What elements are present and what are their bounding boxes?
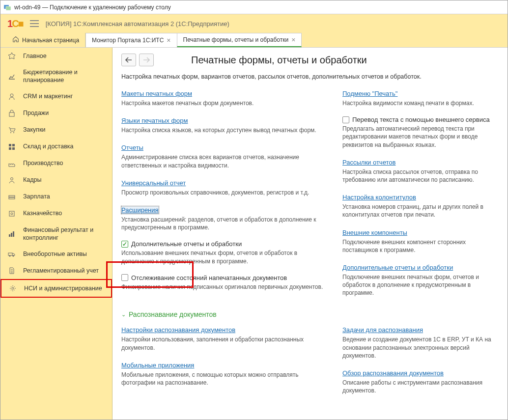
setting-block: Универсальный отчетПросмотр произвольных…: [121, 178, 328, 196]
chart-icon: [7, 72, 16, 81]
close-icon[interactable]: ×: [291, 36, 295, 44]
chevron-down-icon: ⌄: [121, 311, 126, 318]
sidebar-item-label: Регламентированный учет: [23, 267, 99, 275]
truck-icon: [7, 250, 16, 258]
setting-link[interactable]: Рассылки отчетов: [342, 159, 395, 166]
menu-icon[interactable]: [30, 20, 39, 27]
svg-point-2: [10, 94, 13, 97]
setting-desc: Мобильные приложения, с помощью которых …: [121, 371, 328, 387]
sidebar: ГлавноеБюджетирование и планированиеCRM …: [0, 48, 113, 420]
sidebar-item-label: Финансовый результат и контроллинг: [23, 226, 105, 242]
svg-rect-1: [6, 6, 11, 10]
svg-point-20: [13, 255, 14, 257]
tab-home[interactable]: Начальная страница: [6, 33, 85, 47]
nav-back-button[interactable]: [121, 54, 136, 66]
svg-rect-13: [9, 211, 14, 216]
setting-link[interactable]: Языки печатных форм: [121, 117, 188, 124]
nav-forward-button[interactable]: [139, 54, 154, 66]
sidebar-item-13[interactable]: НСИ и администрирование: [0, 279, 112, 298]
setting-link[interactable]: Настройка колонтитулов: [342, 194, 416, 201]
setting-block: Рассылки отчетовНастройка списка рассыло…: [342, 158, 499, 184]
sidebar-item-0[interactable]: Главное: [0, 48, 112, 64]
sidebar-item-7[interactable]: Кадры: [0, 172, 112, 189]
sidebar-item-4[interactable]: Закупки: [0, 122, 112, 139]
checkbox-icon[interactable]: [342, 116, 349, 123]
svg-rect-16: [11, 233, 12, 237]
setting-desc: Настройка видимости команд печати в форм…: [342, 99, 499, 107]
setting-block: Дополнительные отчеты и обработкиИспольз…: [121, 240, 328, 265]
tab-label: Печатные формы, отчеты и обработки: [183, 36, 289, 43]
close-icon[interactable]: ×: [167, 36, 170, 44]
setting-desc: Настройка списка рассылок отчетов, отпра…: [342, 168, 499, 184]
setting-link[interactable]: Мобильные приложения: [121, 362, 194, 369]
setting-block: ОтчетыАдминистрирование списка всех вари…: [121, 143, 328, 169]
svg-point-21: [12, 287, 14, 289]
sidebar-item-6[interactable]: Производство: [0, 155, 112, 172]
sidebar-item-label: Внеоборотные активы: [23, 250, 87, 258]
checkbox-row[interactable]: Отслеживание состояний напечатанных доку…: [121, 274, 328, 281]
tab-print-forms[interactable]: Печатные формы, отчеты и обработки ×: [177, 33, 302, 47]
setting-link[interactable]: Дополнительные отчеты и обработки: [342, 264, 453, 271]
page-subtitle: Настройка печатных форм, вариантов отчет…: [121, 73, 499, 80]
setting-link[interactable]: Расширения: [121, 206, 159, 214]
setting-link[interactable]: Подменю "Печать": [342, 90, 397, 97]
setting-link[interactable]: Задачи для распознавания: [342, 326, 423, 334]
setting-desc: Просмотр произвольных справочников, доку…: [121, 189, 328, 196]
tab-monitor[interactable]: Монитор Портала 1С:ИТС ×: [85, 33, 177, 47]
setting-desc: Фиксирование наличия подписанных оригина…: [121, 283, 328, 291]
section-recognition-header[interactable]: ⌄ Распознавание документов: [121, 310, 499, 318]
sidebar-item-label: Казначейство: [23, 209, 62, 217]
sidebar-item-10[interactable]: Финансовый результат и контроллинг: [0, 222, 112, 246]
setting-link[interactable]: Отчеты: [121, 144, 143, 151]
setting-desc: Описание работы с инструментами распозна…: [342, 379, 499, 394]
sidebar-item-8[interactable]: Зарплата: [0, 189, 112, 205]
setting-block: Настройки распознавания документовНастро…: [121, 325, 328, 351]
setting-block: РасширенияУстановка расширений: разделов…: [121, 205, 328, 231]
sidebar-item-12[interactable]: Регламентированный учет: [0, 262, 112, 279]
app-title: [КОПИЯ] 1С:Комплексная автоматизация 2 (…: [46, 20, 229, 28]
checkbox-row[interactable]: Дополнительные отчеты и обработки: [121, 240, 328, 248]
checkbox-icon[interactable]: [121, 274, 128, 281]
setting-desc: Подключение внешних печатных форм, отчет…: [342, 273, 499, 297]
setting-desc: Предлагать автоматический перевод текста…: [342, 125, 499, 149]
setting-link[interactable]: Макеты печатных форм: [121, 90, 192, 97]
money-icon: [7, 193, 16, 201]
setting-link[interactable]: Обзор распознавания документов: [342, 369, 444, 377]
column-right-sec2: Задачи для распознаванияВедение и создан…: [342, 325, 499, 403]
svg-point-4: [10, 132, 11, 133]
factory-icon: [7, 159, 16, 168]
sidebar-item-9[interactable]: Казначейство: [0, 205, 112, 222]
sidebar-item-5[interactable]: Склад и доставка: [0, 139, 112, 155]
column-right: Подменю "Печать"Настройка видимости кома…: [342, 89, 499, 306]
sidebar-item-2[interactable]: CRM и маркетинг: [0, 88, 112, 105]
setting-desc: Настройки использования, заполнения и об…: [121, 336, 328, 351]
svg-rect-9: [12, 147, 15, 150]
sidebar-item-3[interactable]: Продажи: [0, 105, 112, 122]
checkbox-row[interactable]: Перевод текста с помощью внешнего сервис…: [342, 116, 499, 123]
page-title: Печатные формы, отчеты и обработки: [191, 55, 367, 66]
window-title: wt-odn-49 — Подключение к удаленному раб…: [14, 4, 171, 11]
svg-rect-15: [9, 234, 10, 237]
setting-block: Задачи для распознаванияВедение и создан…: [342, 325, 499, 360]
setting-block: Настройка колонтитуловУстановка номеров …: [342, 193, 499, 219]
window-titlebar: wt-odn-49 — Подключение к удаленному раб…: [0, 0, 508, 14]
setting-desc: Использование внешних печатных форм, отч…: [121, 249, 328, 265]
sidebar-item-1[interactable]: Бюджетирование и планирование: [0, 64, 112, 88]
setting-link[interactable]: Внешние компоненты: [342, 229, 407, 236]
setting-block: Отслеживание состояний напечатанных доку…: [121, 274, 328, 291]
setting-block: Языки печатных формНастройка списка язык…: [121, 116, 328, 134]
sidebar-item-11[interactable]: Внеоборотные активы: [0, 246, 112, 262]
star-icon: [7, 52, 16, 60]
sidebar-item-label: Бюджетирование и планирование: [23, 68, 105, 84]
home-icon: [12, 36, 19, 44]
sidebar-item-label: Главное: [23, 52, 47, 60]
sidebar-item-label: Кадры: [23, 176, 41, 184]
checkbox-icon[interactable]: [121, 241, 128, 248]
setting-desc: Установка номеров страниц, даты и других…: [342, 203, 499, 219]
column-left: Макеты печатных формНастройка макетов пе…: [121, 89, 328, 306]
checkbox-label: Перевод текста с помощью внешнего сервис…: [352, 116, 490, 123]
cart-icon: [7, 126, 16, 135]
setting-link[interactable]: Универсальный отчет: [121, 179, 186, 187]
setting-link[interactable]: Настройки распознавания документов: [121, 326, 235, 334]
bag-icon: [7, 109, 16, 118]
